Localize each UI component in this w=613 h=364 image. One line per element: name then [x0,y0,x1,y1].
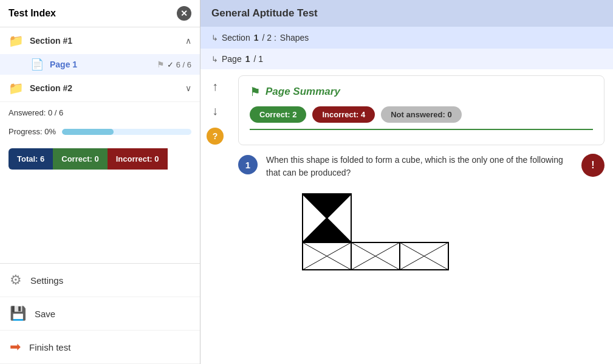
breadcrumb-arrow-icon: ↳ [211,33,218,43]
header-title: General Aptitude Test [211,7,318,19]
settings-action[interactable]: ⚙ Settings [0,264,200,297]
sidebar-title: Test Index [9,8,56,19]
save-action[interactable]: 💾 Save [0,297,200,331]
question-text-1: When this shape is folded to form a cube… [266,154,573,179]
section-breadcrumb: ↳ Section 1 / 2 : Shapes [200,27,613,49]
sidebar-actions: ⚙ Settings 💾 Save ➡ Finish test [0,263,200,364]
page-breadcrumb-arrow-icon: ↳ [211,55,218,64]
summary-title: Page Summary [265,86,340,98]
save-icon: 💾 [10,306,26,321]
chevron-up-icon: ∧ [185,36,191,46]
page-breadcrumb: ↳ Page 1 / 1 [200,49,613,69]
not-answered-badge: Not answered: 0 [381,106,461,123]
page-icon: 📄 [30,58,44,71]
help-button[interactable]: ? [207,128,224,145]
totals-incorrect: Incorrect: 0 [108,148,168,170]
page1-label: Page 1 [50,60,151,69]
question-row-1: 1 When this shape is folded to form a cu… [238,154,604,179]
cube-net-svg [266,188,461,273]
nav-arrows: ↑ ↓ ? [200,69,230,364]
folder-icon-2: 📁 [9,81,24,95]
progress-label: Progress: 0% [9,127,56,136]
check-icon: ✓ [167,60,174,69]
section-separator: / 2 : [262,33,276,43]
q-number-label: 1 [245,160,250,170]
nav-down-button[interactable]: ↓ [205,101,225,120]
correct-badge: Correct: 2 [250,106,306,123]
section2-label: Section #2 [30,83,179,93]
folder-icon: 📁 [9,33,24,48]
page-summary-box: ⚑ Page Summary Correct: 2 Incorrect: 4 N… [238,75,604,145]
progress-bar-fill [62,129,114,135]
answered-label: Answered: 0 / 6 [9,108,63,117]
sidebar: Test Index ✕ 📁 Section #1 ∧ 📄 Page 1 ⚑ ✓… [0,0,200,364]
summary-title-row: ⚑ Page Summary [250,84,593,99]
shape-image [266,188,604,273]
totals-total: Total: 6 [9,148,53,170]
incorrect-label: Incorrect: 0 [116,154,159,163]
question-panel: ⚑ Page Summary Correct: 2 Incorrect: 4 N… [230,69,613,364]
section-name: Shapes [280,33,309,43]
page-separator: / 1 [254,54,264,64]
sidebar-item-section2[interactable]: 📁 Section #2 ∨ [0,75,200,101]
total-label: Total: 6 [17,154,44,163]
progress-row: Progress: 0% [0,123,200,143]
section-prefix: Section [222,33,250,43]
summary-divider [250,129,593,130]
progress-bar-background [62,129,191,135]
finish-action[interactable]: ➡ Finish test [0,331,200,364]
summary-badges: Correct: 2 Incorrect: 4 Not answered: 0 [250,106,593,123]
settings-label: Settings [30,275,63,286]
close-button[interactable]: ✕ [177,6,191,21]
incorrect-badge: Incorrect: 4 [312,106,375,123]
main-content: General Aptitude Test ↳ Section 1 / 2 : … [200,0,613,364]
sidebar-item-page1[interactable]: 📄 Page 1 ⚑ ✓ 6 / 6 [0,54,200,75]
totals-correct: Correct: 0 [53,148,107,170]
page1-badge: ⚑ ✓ 6 / 6 [157,60,191,69]
exclamation-icon: ! [591,160,594,171]
answered-stats: Answered: 0 / 6 [0,101,200,123]
content-area: ↑ ↓ ? ⚑ Page Summary Correct: 2 Incorrec… [200,69,613,364]
section-current: 1 [254,33,259,43]
page1-answered: 6 / 6 [176,60,191,69]
summary-flag-icon: ⚑ [250,84,261,99]
question-status-1[interactable]: ! [581,154,604,177]
chevron-down-icon: ∨ [185,83,191,93]
sidebar-header: Test Index ✕ [0,0,200,27]
page-prefix: Page [222,54,242,64]
page-current: 1 [245,54,250,64]
finish-label: Finish test [29,342,70,352]
finish-icon: ➡ [10,339,21,355]
save-label: Save [35,309,55,319]
totals-bar: Total: 6 Correct: 0 Incorrect: 0 [9,148,191,170]
settings-icon: ⚙ [10,272,22,288]
nav-up-button[interactable]: ↑ [205,77,225,96]
flag-icon: ⚑ [157,60,165,69]
main-header: General Aptitude Test [200,0,613,27]
close-icon: ✕ [180,9,188,18]
correct-label: Correct: 0 [61,154,98,163]
sidebar-item-section1[interactable]: 📁 Section #1 ∧ [0,27,200,54]
section1-label: Section #1 [30,36,179,46]
question-number-1: 1 [238,155,258,174]
